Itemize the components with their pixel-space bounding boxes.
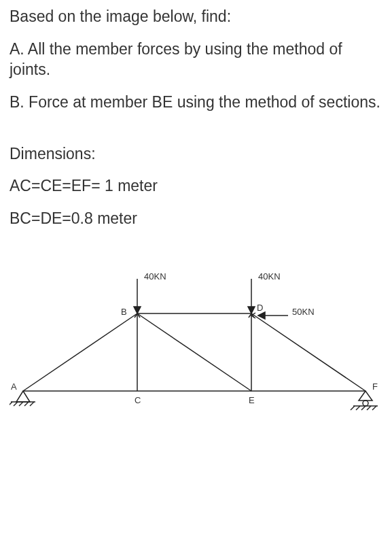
svg-line-25 <box>351 406 355 410</box>
load-label-d: 40KN <box>258 271 281 282</box>
part-a-text: A. All the member forces by using the me… <box>10 39 382 80</box>
node-d-label: D <box>257 303 263 313</box>
node-a-label: A <box>11 381 17 392</box>
load-arrows <box>134 279 288 319</box>
svg-marker-14 <box>258 312 265 319</box>
svg-line-26 <box>356 406 360 410</box>
dimension-2: BC=DE=0.8 meter <box>10 209 382 229</box>
node-f-label: F <box>372 381 378 392</box>
svg-point-23 <box>363 401 368 406</box>
truss-svg <box>10 241 382 418</box>
svg-line-29 <box>372 406 376 410</box>
svg-marker-15 <box>16 391 30 402</box>
svg-marker-10 <box>134 307 141 313</box>
node-e-label: E <box>249 395 255 405</box>
node-c-label: C <box>135 395 141 405</box>
svg-line-27 <box>361 406 366 410</box>
svg-marker-12 <box>248 307 255 313</box>
svg-line-5 <box>137 313 251 391</box>
dimension-1: AC=CE=EF= 1 meter <box>10 176 382 197</box>
dimensions-heading: Dimensions: <box>10 144 382 165</box>
intro-text: Based on the image below, find: <box>10 7 382 27</box>
svg-line-17 <box>10 402 12 406</box>
svg-line-21 <box>30 402 34 406</box>
svg-line-20 <box>24 402 29 406</box>
svg-line-3 <box>23 313 137 391</box>
svg-line-18 <box>14 402 18 406</box>
load-label-b: 40KN <box>144 271 166 282</box>
part-b-text: B. Force at member BE using the method o… <box>10 92 382 113</box>
svg-line-8 <box>251 313 366 391</box>
svg-marker-22 <box>359 391 372 401</box>
truss-diagram: 40KN 40KN 50KN B D A C E F <box>10 241 382 418</box>
svg-line-28 <box>367 406 371 410</box>
node-b-label: B <box>121 307 127 317</box>
truss-members <box>23 313 366 391</box>
load-label-h: 50KN <box>292 307 315 317</box>
supports <box>10 391 378 410</box>
svg-line-19 <box>19 402 23 406</box>
